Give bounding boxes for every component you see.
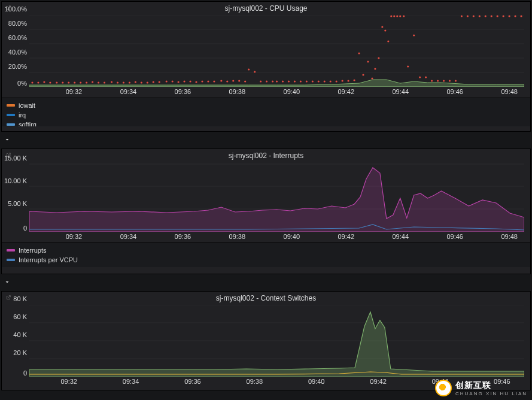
legend-item-iowait[interactable]: iowait xyxy=(7,101,525,110)
svg-point-70 xyxy=(390,15,392,17)
svg-point-83 xyxy=(455,80,457,81)
svg-point-34 xyxy=(201,80,203,82)
svg-point-20 xyxy=(117,81,118,83)
svg-point-24 xyxy=(141,81,142,83)
svg-point-30 xyxy=(178,81,180,83)
svg-point-93 xyxy=(514,15,516,17)
svg-point-18 xyxy=(104,81,105,83)
y-axis: 0 20 K 40 K 60 K 80 K xyxy=(4,305,27,377)
svg-point-36 xyxy=(213,80,215,82)
svg-point-80 xyxy=(437,80,439,81)
svg-point-53 xyxy=(312,80,314,82)
legend-item-softirq[interactable]: softirq xyxy=(7,120,525,126)
svg-point-57 xyxy=(336,80,338,82)
y-axis: 0% 20.0% 40.0% 60.0% 80.0% 100.0% xyxy=(4,15,27,87)
svg-point-42 xyxy=(248,68,250,70)
svg-point-76 xyxy=(413,34,415,36)
svg-point-48 xyxy=(282,80,284,82)
svg-point-79 xyxy=(431,80,433,81)
row-collapse-toggle[interactable] xyxy=(0,274,532,290)
chart-cpu[interactable]: 0% 20.0% 40.0% 60.0% 80.0% 100.0% xyxy=(29,15,524,87)
row-collapse-toggle[interactable] xyxy=(0,132,532,147)
svg-point-16 xyxy=(92,81,93,83)
svg-point-13 xyxy=(74,81,75,83)
svg-point-38 xyxy=(226,80,228,82)
svg-point-40 xyxy=(238,80,240,81)
svg-point-17 xyxy=(98,81,99,83)
brand-logo-icon xyxy=(435,380,452,396)
chart-interrupts[interactable]: 0 5.00 K 10.00 K 15.00 K xyxy=(29,162,524,232)
svg-point-71 xyxy=(393,15,395,17)
svg-point-28 xyxy=(166,80,168,82)
legend: Interrupts Interrupts per VCPU xyxy=(2,243,530,267)
svg-point-44 xyxy=(260,80,262,82)
svg-point-54 xyxy=(318,80,320,82)
svg-point-52 xyxy=(306,80,308,82)
svg-point-75 xyxy=(407,65,409,67)
svg-point-90 xyxy=(497,15,498,17)
svg-point-12 xyxy=(68,81,69,83)
svg-point-19 xyxy=(111,81,113,83)
svg-point-31 xyxy=(183,80,185,82)
svg-point-58 xyxy=(342,80,343,81)
svg-point-65 xyxy=(374,68,376,69)
svg-point-46 xyxy=(272,80,273,82)
svg-point-56 xyxy=(330,80,332,82)
svg-point-29 xyxy=(172,80,174,82)
svg-point-41 xyxy=(244,80,246,82)
svg-point-88 xyxy=(485,15,487,17)
svg-point-49 xyxy=(288,80,290,82)
svg-point-37 xyxy=(220,80,222,81)
svg-point-23 xyxy=(135,81,136,83)
legend-item-interrupts[interactable]: Interrupts xyxy=(7,246,525,255)
x-axis: 09:32 09:34 09:36 09:38 09:40 09:42 09:4… xyxy=(29,88,524,98)
svg-point-89 xyxy=(491,15,493,17)
svg-point-39 xyxy=(232,80,234,81)
svg-point-32 xyxy=(189,80,191,82)
svg-point-47 xyxy=(276,80,278,82)
svg-point-11 xyxy=(62,81,63,83)
legend-item-interrupts-vcpu[interactable]: Interrupts per VCPU xyxy=(7,255,525,265)
svg-point-67 xyxy=(381,26,383,28)
svg-point-62 xyxy=(362,74,364,75)
svg-point-74 xyxy=(403,15,405,17)
svg-point-10 xyxy=(56,81,57,83)
svg-point-92 xyxy=(508,15,510,17)
svg-point-51 xyxy=(300,80,302,82)
svg-point-59 xyxy=(347,80,349,81)
svg-point-21 xyxy=(123,81,124,83)
svg-point-27 xyxy=(159,81,160,83)
series-scatter xyxy=(31,15,522,83)
svg-point-26 xyxy=(153,81,154,83)
svg-point-15 xyxy=(86,81,87,83)
y-axis: 0 5.00 K 10.00 K 15.00 K xyxy=(4,162,27,232)
svg-point-9 xyxy=(49,81,51,83)
svg-point-87 xyxy=(479,15,481,17)
svg-point-63 xyxy=(367,60,369,62)
x-axis: 09:32 09:34 09:36 09:38 09:40 09:42 09:4… xyxy=(29,233,524,243)
svg-point-55 xyxy=(324,80,326,82)
chevron-down-icon xyxy=(4,278,11,286)
legend-item-irq[interactable]: irq xyxy=(7,110,525,120)
panel-link-icon[interactable] xyxy=(5,294,11,302)
svg-point-73 xyxy=(399,15,401,17)
svg-point-45 xyxy=(266,80,267,82)
brand-name-en: CHUANG XIN HU LIAN xyxy=(455,391,527,396)
svg-point-69 xyxy=(387,40,389,42)
svg-point-22 xyxy=(129,81,130,83)
panel-title: sj-mysql002 - CPU Usage xyxy=(2,2,530,14)
svg-point-33 xyxy=(195,81,197,83)
chevron-down-icon xyxy=(4,136,11,143)
svg-point-66 xyxy=(378,57,379,59)
svg-point-25 xyxy=(147,81,148,83)
panel-context-switches: sj-mysql002 - Context Switches 0 20 K 40… xyxy=(1,291,531,390)
svg-point-91 xyxy=(503,15,504,17)
svg-point-60 xyxy=(353,79,355,81)
svg-point-43 xyxy=(254,71,256,72)
svg-point-82 xyxy=(449,80,451,81)
svg-point-64 xyxy=(371,77,373,79)
chart-context-switches[interactable]: 0 20 K 40 K 60 K 80 K xyxy=(29,305,524,377)
svg-point-84 xyxy=(461,15,463,17)
svg-point-94 xyxy=(520,15,522,17)
svg-point-85 xyxy=(467,15,469,17)
